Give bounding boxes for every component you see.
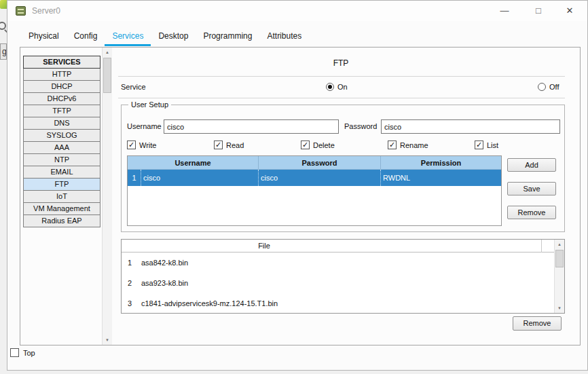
- rename-checkbox[interactable]: ✓ Rename: [388, 141, 428, 149]
- table-row[interactable]: 1 cisco cisco RWDNL: [128, 170, 501, 186]
- service-label: Service: [121, 80, 146, 94]
- content-frame: SERVICES HTTP DHCP DHCPv6 TFTP DNS SYSLO…: [20, 47, 581, 345]
- scrollbar-thumb[interactable]: [103, 58, 111, 93]
- row-username: cisco: [141, 170, 259, 186]
- sidebar-item-vm-management[interactable]: VM Management: [23, 202, 100, 215]
- checkbox-checked-icon: ✓: [475, 141, 483, 149]
- sidebar-item-tftp[interactable]: TFTP: [23, 105, 100, 117]
- service-on-radio[interactable]: On: [326, 80, 348, 94]
- username-input[interactable]: [164, 119, 339, 134]
- sidebar-item-dns[interactable]: DNS: [23, 117, 100, 130]
- footer: Top: [10, 348, 35, 357]
- column-file: File: [210, 240, 318, 253]
- tab-config[interactable]: Config: [67, 29, 105, 46]
- remove-user-button[interactable]: Remove: [507, 206, 556, 219]
- file-name: c1841-advipservicesk9-mz.124-15.T1.bin: [141, 299, 278, 307]
- sidebar-item-aaa[interactable]: AAA: [23, 141, 100, 154]
- row-password: cisco: [259, 170, 381, 186]
- sidebar-item-email[interactable]: EMAIL: [23, 166, 100, 179]
- services-sidebar: SERVICES HTTP DHCP DHCPv6 TFTP DNS SYSLO…: [23, 56, 100, 227]
- column-permission: Permission: [381, 156, 501, 169]
- group-legend: User Setup: [128, 100, 171, 109]
- user-table-header: Username Password Permission: [128, 156, 501, 170]
- window-title: Server0: [32, 1, 60, 21]
- sidebar-item-radius-eap[interactable]: Radius EAP: [23, 214, 100, 227]
- top-label: Top: [23, 349, 35, 357]
- username-label: Username: [127, 119, 162, 134]
- user-table: Username Password Permission 1 cisco cis…: [127, 155, 502, 226]
- page-title: FTP: [117, 58, 565, 68]
- screen: g Server0 — □ ✕ Physical Config Services…: [0, 0, 588, 374]
- file-table: File 1 asa842-k8.bin 2 asa923-k8.bin 3 c…: [121, 239, 565, 314]
- radio-on-icon: [326, 83, 334, 91]
- file-index: 1: [128, 259, 132, 267]
- top-checkbox[interactable]: [10, 348, 19, 357]
- radio-off-label: Off: [549, 83, 559, 91]
- file-table-scrollbar[interactable]: ▲ ▼: [554, 240, 564, 313]
- divider: [118, 76, 565, 77]
- add-button[interactable]: Add: [507, 158, 556, 172]
- sidebar-item-syslog[interactable]: SYSLOG: [23, 129, 100, 142]
- write-checkbox[interactable]: ✓ Write: [127, 141, 156, 149]
- tab-desktop[interactable]: Desktop: [151, 29, 196, 46]
- file-row[interactable]: 2 asa923-k8.bin: [122, 273, 564, 293]
- magnifier-icon: [0, 22, 6, 30]
- close-button[interactable]: ✕: [558, 1, 581, 21]
- scroll-down-icon[interactable]: ▼: [103, 335, 112, 345]
- remove-file-button[interactable]: Remove: [513, 316, 562, 331]
- column-username: Username: [128, 156, 259, 169]
- server-icon: [16, 6, 26, 16]
- tab-services[interactable]: Services: [105, 29, 151, 46]
- server-dialog: Server0 — □ ✕ Physical Config Services D…: [7, 0, 588, 371]
- list-label: List: [487, 141, 498, 149]
- title-bar[interactable]: Server0 — □ ✕: [7, 1, 587, 21]
- service-off-radio[interactable]: Off: [538, 80, 559, 94]
- file-row[interactable]: 3 c1841-advipservicesk9-mz.124-15.T1.bin: [122, 293, 564, 314]
- scroll-down-icon[interactable]: ▼: [555, 303, 564, 313]
- file-name: asa923-k8.bin: [141, 279, 188, 287]
- sidebar-item-http[interactable]: HTTP: [23, 68, 100, 81]
- checkbox-checked-icon: ✓: [127, 141, 136, 149]
- save-button[interactable]: Save: [507, 182, 556, 195]
- divider: [118, 98, 565, 98]
- user-setup-group: User Setup Username Password ✓ Write ✓ R…: [121, 105, 565, 232]
- read-label: Read: [226, 141, 244, 149]
- maximize-button[interactable]: □: [527, 1, 550, 21]
- minimize-button[interactable]: —: [493, 1, 516, 21]
- file-row[interactable]: 1 asa842-k8.bin: [122, 253, 564, 273]
- radio-off-icon: [538, 83, 546, 91]
- checkbox-checked-icon: ✓: [301, 141, 310, 149]
- password-label: Password: [344, 119, 377, 134]
- scrollbar-thumb[interactable]: [555, 250, 564, 267]
- sidebar-scrollbar[interactable]: ▲ ▼: [102, 48, 112, 345]
- sidebar-header: SERVICES: [23, 56, 100, 69]
- sidebar-item-ntp[interactable]: NTP: [23, 153, 100, 166]
- scroll-up-icon[interactable]: ▲: [555, 240, 564, 249]
- tab-attributes[interactable]: Attributes: [259, 29, 309, 46]
- radio-on-label: On: [337, 83, 348, 91]
- scroll-up-icon[interactable]: ▲: [103, 48, 112, 57]
- tab-bar: Physical Config Services Desktop Program…: [21, 29, 309, 46]
- list-checkbox[interactable]: ✓ List: [475, 141, 498, 149]
- file-table-header: File: [122, 240, 564, 253]
- file-index: 2: [128, 279, 132, 287]
- read-checkbox[interactable]: ✓ Read: [214, 141, 244, 149]
- service-row: Service On Off: [121, 80, 564, 94]
- checkbox-checked-icon: ✓: [388, 141, 397, 149]
- row-permission: RWDNL: [381, 170, 501, 186]
- sidebar-item-dhcpv6[interactable]: DHCPv6: [23, 92, 100, 105]
- file-name: asa842-k8.bin: [141, 259, 188, 267]
- sidebar-item-iot[interactable]: IoT: [23, 190, 100, 203]
- background-partial-toolbar: g: [0, 43, 7, 60]
- ftp-panel: FTP Service On Off User Setup: [117, 48, 580, 345]
- sidebar-item-dhcp[interactable]: DHCP: [23, 80, 100, 93]
- file-index: 3: [128, 299, 132, 307]
- write-label: Write: [139, 141, 156, 149]
- password-input[interactable]: [381, 119, 560, 134]
- sidebar-item-ftp[interactable]: FTP: [23, 178, 100, 191]
- column-password: Password: [259, 156, 381, 169]
- delete-label: Delete: [313, 141, 335, 149]
- tab-programming[interactable]: Programming: [196, 29, 259, 46]
- tab-physical[interactable]: Physical: [21, 29, 67, 46]
- delete-checkbox[interactable]: ✓ Delete: [301, 141, 335, 149]
